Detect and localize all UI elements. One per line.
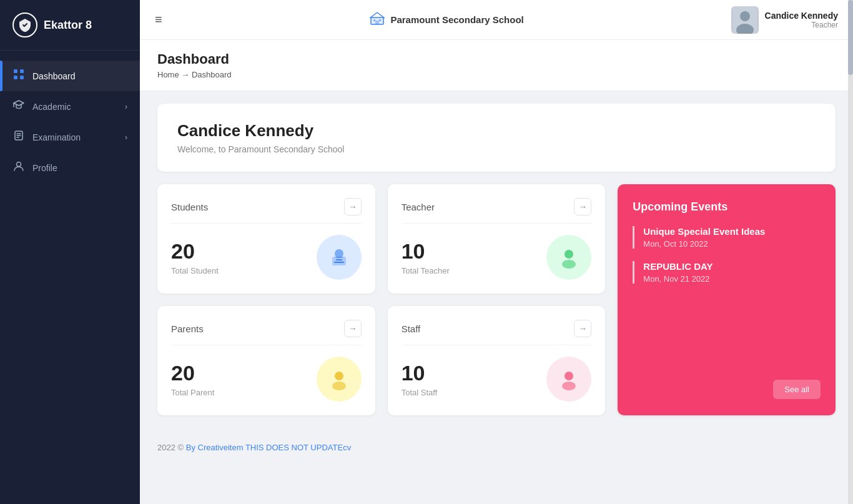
teacher-arrow-button[interactable]: → [574,198,591,215]
welcome-banner: Candice Kennedy Welcome, to Paramount Se… [157,104,836,172]
welcome-message: Welcome, to Paramount Secondary School [177,144,816,154]
staff-label: Total Staff [402,388,438,397]
svg-rect-3 [20,76,24,79]
sidebar-item-examination[interactable]: Examination › [0,122,140,152]
scroll-thumb[interactable] [848,0,853,75]
parents-body: 20 Total Parent [171,357,362,402]
user-role: Teacher [765,21,838,29]
svg-point-23 [335,372,343,380]
students-count: 20 [171,239,219,264]
menu-toggle-button[interactable]: ≡ [155,12,162,27]
sidebar-item-label-profile: Profile [32,163,57,173]
sidebar-item-label-academic: Academic [32,102,71,112]
events-title: Upcoming Events [633,200,821,214]
svg-point-24 [332,382,346,390]
event-name-2: REPUBLIC DAY [643,261,821,272]
students-card-header: Students → [171,198,362,224]
sidebar-item-label-dashboard: Dashboard [32,71,76,81]
parents-count: 20 [171,361,214,385]
staff-title: Staff [402,324,421,334]
svg-rect-11 [375,21,379,24]
svg-rect-1 [20,69,24,73]
user-info: Candice Kennedy Teacher [765,11,838,29]
sidebar-logo: Ekattor 8 [0,0,140,51]
svg-point-26 [562,382,576,390]
parents-card-header: Parents → [171,320,362,345]
svg-point-21 [565,250,573,259]
staff-icon [546,357,591,402]
sidebar-item-label-examination: Examination [32,132,81,142]
svg-rect-19 [336,259,342,260]
sidebar-navigation: Dashboard Academic › [0,51,140,504]
examination-arrow: › [125,133,127,142]
avatar [731,6,759,34]
parents-icon [317,357,362,402]
svg-rect-17 [332,257,346,265]
teacher-count: 10 [402,239,450,264]
students-icon [317,235,362,280]
academic-icon [12,99,25,114]
footer-link[interactable]: By Creativeitem THIS DOES NOT UPDATEcv [186,443,351,452]
examination-icon [12,130,25,144]
breadcrumb-separator: → [181,70,192,79]
students-label: Total Student [171,266,219,275]
school-name: Paramount Secondary School [390,14,523,25]
svg-point-22 [562,260,576,269]
breadcrumb-home[interactable]: Home [157,70,179,79]
svg-point-8 [17,162,21,167]
breadcrumb: Home → Dashboard [157,70,836,79]
see-all-button[interactable]: See all [773,380,821,399]
teacher-icon [546,235,591,280]
svg-point-18 [335,249,343,258]
footer-text: 2022 © [157,443,184,452]
parents-card: Parents → 20 Total Parent [157,306,375,415]
svg-rect-12 [373,19,375,21]
dashboard-icon [12,69,25,83]
welcome-name: Candice Kennedy [177,121,816,141]
content-area: Dashboard Home → Dashboard Candice Kenne… [140,40,853,504]
page-header: Dashboard Home → Dashboard [140,40,853,91]
sidebar-item-profile[interactable]: Profile [0,152,140,183]
students-arrow-button[interactable]: → [344,198,362,215]
svg-rect-20 [334,262,344,263]
logo-icon [12,12,37,37]
staff-card: Staff → 10 Total Staff [388,306,606,415]
event-item-2: REPUBLIC DAY Mon, Nov 21 2022 [633,261,821,284]
footer: 2022 © By Creativeitem THIS DOES NOT UPD… [140,433,853,462]
sidebar: Ekattor 8 Dashboard Academ [0,0,140,504]
profile-icon [12,161,25,175]
students-card: Students → 20 Total Student [157,184,375,294]
header-center: Paramount Secondary School [172,10,721,30]
parents-title: Parents [171,324,204,334]
school-icon [369,10,385,30]
header-user: Candice Kennedy Teacher [731,6,838,34]
event-date-2: Mon, Nov 21 2022 [643,274,821,284]
sidebar-item-dashboard[interactable]: Dashboard [0,61,140,91]
header: ≡ Paramount Secondary School [140,0,853,40]
scrollbar[interactable] [848,0,853,504]
sidebar-item-academic[interactable]: Academic › [0,91,140,122]
svg-rect-0 [14,69,17,73]
staff-arrow-button[interactable]: → [574,320,591,337]
parents-label: Total Parent [171,388,214,397]
staff-card-header: Staff → [402,320,592,345]
main-area: ≡ Paramount Secondary School [140,0,853,504]
svg-point-25 [565,372,573,380]
user-name: Candice Kennedy [765,11,838,21]
app-name: Ekattor 8 [44,19,92,32]
teacher-card: Teacher → 10 Total Teacher [388,184,606,294]
parents-arrow-button[interactable]: → [344,320,362,337]
academic-arrow: › [125,102,127,111]
teacher-label: Total Teacher [402,266,450,275]
teacher-title: Teacher [402,202,435,212]
upcoming-events-card: Upcoming Events Unique Special Event Ide… [618,184,836,415]
event-item-1: Unique Special Event Ideas Mon, Oct 10 2… [633,226,821,249]
page-title: Dashboard [157,51,836,67]
teacher-card-header: Teacher → [402,198,592,224]
event-date-1: Mon, Oct 10 2022 [643,239,821,249]
svg-point-15 [740,11,750,21]
staff-count: 10 [402,361,438,385]
svg-rect-2 [14,76,17,79]
svg-rect-13 [379,19,381,21]
event-name-1: Unique Special Event Ideas [643,226,821,237]
